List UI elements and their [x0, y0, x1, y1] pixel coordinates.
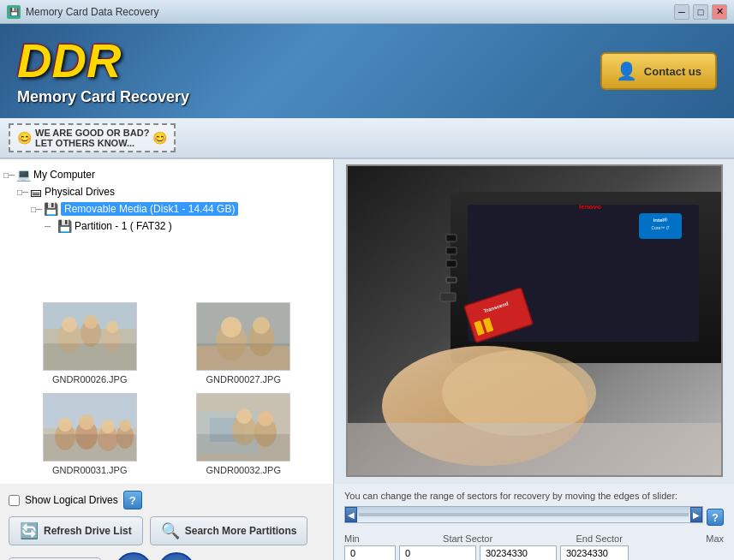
tree-item-partition[interactable]: ─ 💾 Partition - 1 ( FAT32 ) [3, 217, 330, 235]
svg-point-7 [106, 321, 118, 333]
show-logical-drives-checkbox[interactable] [9, 495, 20, 506]
nav-forward-button[interactable]: ▶ [158, 552, 195, 560]
thumbnail-item-0[interactable]: GNDR00026.JPG [17, 302, 163, 384]
minimize-button[interactable]: ─ [674, 4, 689, 20]
expander-icon: □─ [17, 188, 27, 197]
thumbnail-image-1 [196, 302, 290, 371]
sector-help-button[interactable]: ? [707, 509, 724, 526]
logo-ddr: DDR [17, 37, 189, 85]
rating-banner[interactable]: 😊 WE ARE GOOD OR BAD? LET OTHERS KNOW...… [9, 123, 176, 152]
tree-label-my-computer: My Computer [33, 169, 95, 181]
svg-point-30 [258, 411, 273, 426]
thumbnail-item-2[interactable]: GNDR00031.JPG [17, 393, 163, 475]
svg-rect-36 [446, 260, 457, 267]
start-sector-label: Start Sector [443, 533, 492, 544]
window-controls: ─ □ ✕ [674, 4, 727, 20]
tree-label-partition: Partition - 1 ( FAT32 ) [75, 220, 172, 232]
left-bottom-panel: Show Logical Drives ? 🔄 Refresh Drive Li… [0, 484, 334, 560]
close-button[interactable]: ✕ [712, 4, 727, 20]
sector-slider-track[interactable]: ◀ ▶ [344, 506, 703, 523]
max-label: Max [706, 533, 724, 544]
svg-point-20 [58, 418, 72, 432]
thumbnail-item-1[interactable]: GNDR00027.JPG [171, 302, 317, 384]
tree-label-removable-media: Removable Media (Disk1 - 14.44 GB) [61, 202, 238, 216]
svg-point-21 [79, 414, 94, 430]
svg-text:intel®: intel® [653, 217, 667, 223]
sector-values [344, 545, 724, 560]
svg-point-23 [119, 420, 131, 432]
bottom-controls: Show Logical Drives ? 🔄 Refresh Drive Li… [0, 484, 734, 560]
svg-rect-15 [44, 428, 137, 462]
thumbnails-grid: GNDR00026.JPG GNDR00027.JPG [0, 294, 333, 484]
nav-arrows: ◀ ▶ [115, 552, 195, 560]
show-logical-drives-label: Show Logical Drives [25, 494, 118, 506]
main-content: □─ 💻 My Computer □─ 🖴 Physical Drives □─… [0, 158, 734, 484]
contact-icon: 👤 [616, 61, 637, 81]
smiley-icon-left: 😊 [17, 131, 32, 145]
search-partitions-button[interactable]: 🔍 Search More Partitions [150, 516, 308, 545]
thumbnail-image-0 [43, 302, 137, 371]
help-button-logical[interactable]: ? [123, 491, 142, 509]
expander-icon: ─ [45, 222, 55, 231]
app-icon: 💾 [7, 5, 21, 19]
max-value-input[interactable] [560, 545, 629, 560]
svg-rect-37 [446, 277, 457, 283]
tree-label-physical-drives: Physical Drives [45, 186, 115, 198]
contact-button[interactable]: 👤 Contact us [600, 52, 717, 90]
partition-icon: 💾 [57, 219, 72, 233]
contact-label: Contact us [644, 65, 701, 78]
thumbnail-filename-0: GNDR00026.JPG [52, 374, 127, 384]
maximize-button[interactable]: □ [693, 4, 708, 20]
svg-point-5 [62, 317, 77, 332]
svg-rect-38 [440, 293, 456, 301]
svg-point-6 [84, 315, 98, 329]
min-label: Min [344, 533, 360, 544]
app-header: DDR Memory Card Recovery 👤 Contact us [0, 24, 734, 118]
slider-fill [359, 513, 689, 516]
refresh-label: Refresh Drive List [44, 525, 132, 537]
thumbnail-image-2 [43, 393, 137, 462]
tree-view: □─ 💻 My Computer □─ 🖴 Physical Drives □─… [0, 159, 333, 294]
thumbnail-item-3[interactable]: GNDR00032.JPG [171, 393, 317, 475]
slider-left-arrow[interactable]: ◀ [345, 507, 357, 522]
title-text: Memory Card Data Recovery [26, 6, 158, 18]
expander-icon: □─ [3, 170, 14, 180]
end-sector-input[interactable] [480, 545, 557, 560]
removable-icon: 💾 [44, 202, 58, 216]
start-sector-input[interactable] [399, 545, 476, 560]
svg-text:lenovo: lenovo [579, 203, 601, 211]
search-label: Search More Partitions [185, 525, 297, 537]
right-bottom-panel: You can change the range of sectors for … [334, 484, 734, 560]
refresh-icon: 🔄 [20, 521, 39, 540]
end-sector-label: End Sector [576, 533, 622, 544]
thumbnail-filename-2: GNDR00031.JPG [52, 465, 127, 475]
rating-line1: WE ARE GOOD OR BAD? [35, 128, 149, 138]
svg-rect-34 [446, 235, 457, 241]
thumbnail-filename-1: GNDR00027.JPG [206, 374, 281, 384]
computer-icon: 💻 [16, 168, 31, 182]
right-panel: intel® Core™ i7 lenovo Transcend [334, 159, 734, 484]
main-preview-image: intel® Core™ i7 lenovo Transcend [346, 164, 723, 477]
smiley-icon-right: 😊 [152, 131, 167, 145]
nav-back-button[interactable]: ◀ [115, 552, 152, 560]
thumbnail-filename-3: GNDR00032.JPG [206, 465, 281, 475]
tree-item-physical-drives[interactable]: □─ 🖴 Physical Drives [3, 183, 330, 200]
svg-point-22 [101, 420, 115, 433]
expander-icon: □─ [31, 205, 41, 214]
min-value-input[interactable] [344, 545, 396, 560]
sector-description: You can change the range of sectors for … [344, 491, 724, 501]
left-panel: □─ 💻 My Computer □─ 🖴 Physical Drives □─… [0, 159, 334, 484]
svg-rect-50 [348, 423, 723, 477]
app-subtitle: Memory Card Recovery [17, 88, 189, 106]
title-bar: 💾 Memory Card Data Recovery ─ □ ✕ [0, 0, 734, 24]
rating-line2: LET OTHERS KNOW... [35, 138, 149, 148]
rating-bar: 😊 WE ARE GOOD OR BAD? LET OTHERS KNOW...… [0, 118, 734, 158]
slider-right-arrow[interactable]: ▶ [690, 507, 702, 522]
refresh-drive-list-button[interactable]: 🔄 Refresh Drive List [9, 516, 143, 545]
svg-text:Core™ i7: Core™ i7 [651, 225, 669, 230]
tree-item-my-computer[interactable]: □─ 💻 My Computer [3, 166, 330, 183]
svg-point-13 [253, 317, 270, 334]
tree-item-removable-media[interactable]: □─ 💾 Removable Media (Disk1 - 14.44 GB) [3, 200, 330, 217]
search-icon: 🔍 [161, 521, 180, 540]
sector-labels: Min Start Sector End Sector Max [344, 533, 724, 544]
